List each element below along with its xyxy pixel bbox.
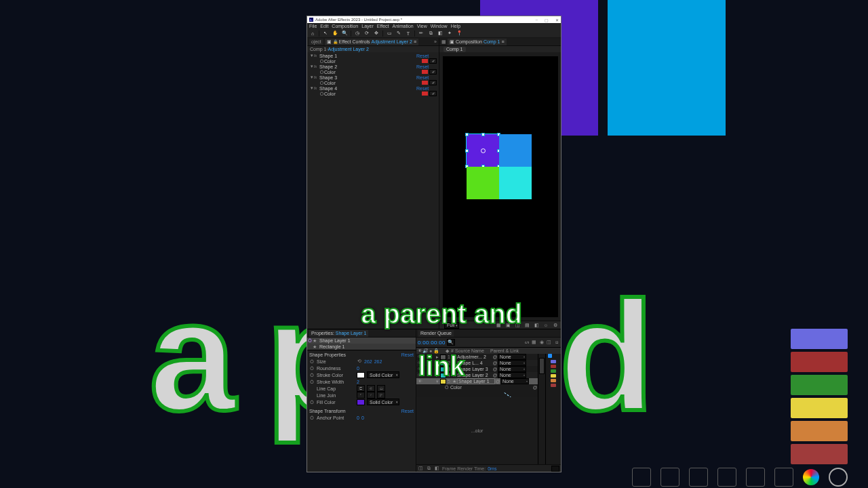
rotate-tool-icon[interactable]: ⟳ bbox=[363, 30, 370, 37]
label-swatch[interactable] bbox=[440, 354, 446, 360]
window-minimize-button[interactable]: – bbox=[536, 18, 538, 22]
join-miter-icon[interactable]: ⌜ bbox=[357, 392, 365, 399]
anchor-point-icon[interactable] bbox=[481, 148, 486, 153]
breadcrumb[interactable]: Comp 1 bbox=[443, 47, 466, 52]
lock-icon[interactable]: 🔒 bbox=[333, 39, 338, 44]
shy-icon[interactable]: ᔕ bbox=[524, 340, 530, 345]
render-queue-tab[interactable]: Render Queue bbox=[418, 330, 454, 337]
tool-bar[interactable]: ⌂ ↖ ✋ 🔍 ◷ ⟳ ✥ ▭ ✎ T ✏ ⧉ ◧ ✦ 📍 bbox=[307, 29, 561, 38]
stroke-color-chip[interactable] bbox=[357, 372, 365, 378]
menu-bar[interactable]: File Edit Composition Layer Effect Anima… bbox=[307, 23, 561, 29]
scrollbar-thumb[interactable] bbox=[539, 358, 545, 374]
stopwatch-icon[interactable]: Ö bbox=[319, 59, 324, 64]
menu-view[interactable]: View bbox=[417, 24, 427, 28]
motion-blur-icon[interactable]: ◉ bbox=[538, 340, 545, 345]
effect-row[interactable]: ▾fx Shape 2 Reset bbox=[307, 64, 439, 69]
playhead-icon[interactable] bbox=[548, 354, 552, 358]
roundness-row[interactable]: Ö Roundness 0 bbox=[307, 365, 416, 371]
shape-path-row[interactable]: ★ Rectangle 1 bbox=[307, 344, 416, 350]
graph-editor-icon[interactable]: ◫ bbox=[546, 340, 552, 345]
effect-controls-tab[interactable]: ▣ 🔒 Effect Controls Adjustment Layer 2 ≡ bbox=[325, 39, 418, 45]
composition-canvas[interactable] bbox=[443, 56, 558, 317]
resolution-select[interactable]: Full bbox=[444, 322, 459, 329]
effect-param-row[interactable]: Ö Color ✐ bbox=[307, 58, 439, 64]
menu-composition[interactable]: Composition bbox=[332, 24, 358, 28]
cap-butt-icon[interactable]: ⊏ bbox=[357, 385, 365, 392]
effect-row[interactable]: ▾fx Shape 3 Reset bbox=[307, 75, 439, 80]
shape-top-left[interactable] bbox=[467, 134, 499, 167]
effect-param-row[interactable]: Ö Color ✐ bbox=[307, 80, 439, 85]
draft3d-icon[interactable]: ⧈ bbox=[553, 340, 559, 345]
parent-select[interactable]: None bbox=[498, 354, 526, 360]
overflow-icon[interactable]: » bbox=[434, 39, 437, 44]
grid-toggle-icon[interactable]: ▤ bbox=[524, 322, 530, 329]
stroke-color-row[interactable]: Ö Stroke Color Solid Color bbox=[307, 371, 416, 378]
menu-window[interactable]: Window bbox=[431, 24, 448, 28]
audio-column-icon[interactable]: 🔊 bbox=[422, 348, 428, 354]
effect-param-row[interactable]: Ö Color ✐ bbox=[307, 91, 439, 96]
solo-column-icon[interactable]: ● bbox=[428, 348, 433, 353]
menu-file[interactable]: File bbox=[309, 24, 317, 28]
current-time[interactable]: 0:00:00:00 bbox=[418, 340, 446, 346]
brush-tool-icon[interactable]: ✏ bbox=[418, 30, 425, 37]
roto-tool-icon[interactable]: ✦ bbox=[446, 30, 453, 37]
composition-tab[interactable]: ▣ Composition Comp 1 ≡ bbox=[448, 39, 507, 45]
exposure-icon[interactable]: ☼ bbox=[542, 322, 549, 329]
puppet-tool-icon[interactable]: 📍 bbox=[456, 30, 462, 37]
layer-path-row[interactable]: Ö ★ Shape Layer 1 bbox=[307, 338, 416, 344]
layer-property-row[interactable]: Ö Color @ bbox=[416, 384, 538, 390]
lock-column-icon[interactable]: 🔒 bbox=[433, 348, 439, 354]
effect-row[interactable]: ▾fx Shape 4 Reset bbox=[307, 85, 439, 91]
fx-icon[interactable]: fx bbox=[314, 54, 319, 58]
frame-blend-icon[interactable]: ▦ bbox=[531, 340, 537, 345]
fill-mode-select[interactable]: Solid Color bbox=[367, 399, 399, 405]
line-join-row[interactable]: Line Join ⌜ ◜ ◸ bbox=[307, 392, 416, 399]
reset-link[interactable]: Reset bbox=[401, 352, 414, 357]
shape-bottom-right[interactable] bbox=[499, 167, 532, 199]
shape-bottom-left[interactable] bbox=[467, 167, 499, 199]
fill-color-chip[interactable] bbox=[357, 399, 365, 405]
label-column-icon[interactable]: ◆ bbox=[444, 348, 450, 354]
settings-icon[interactable]: ⚙ bbox=[552, 322, 559, 329]
type-tool-icon[interactable]: T bbox=[405, 30, 412, 37]
window-close-button[interactable]: ✕ bbox=[555, 18, 559, 22]
mask-icon[interactable]: ▣ bbox=[505, 322, 511, 329]
size-w[interactable]: 262 bbox=[364, 359, 372, 364]
cap-round-icon[interactable]: ⊂ bbox=[367, 385, 375, 392]
panbehind-tool-icon[interactable]: ✥ bbox=[373, 30, 380, 37]
layer-name-edit[interactable]: Shape Layer 1 bbox=[457, 378, 495, 384]
shape-tool-icon[interactable]: ▭ bbox=[386, 30, 393, 37]
hand-tool-icon[interactable]: ✋ bbox=[332, 30, 338, 37]
layer-row[interactable]: 👁 ▸ 4 ★ Shape Layer 2 @ None bbox=[416, 372, 538, 378]
layer-row[interactable]: 👁 ▸ 2 ★ Shape L... 4 @ None bbox=[416, 360, 538, 366]
title-bar[interactable]: Ae Adobe After Effects 2023 - Untitled P… bbox=[307, 16, 561, 23]
layer-row[interactable]: 👁 ▸ 3 ★ Shape Layer 3 @ None bbox=[416, 366, 538, 372]
panel-menu-icon[interactable]: ≡ bbox=[414, 39, 416, 44]
roi-icon[interactable]: ◫ bbox=[514, 322, 521, 329]
shape-top-right[interactable] bbox=[499, 134, 532, 167]
menu-edit[interactable]: Edit bbox=[320, 24, 328, 28]
toggle-panes-icon[interactable]: ◧ bbox=[434, 466, 440, 471]
size-row[interactable]: Ö Size ⟲ 262 262 bbox=[307, 358, 416, 365]
window-maximize-button[interactable]: ▢ bbox=[545, 18, 549, 22]
pen-tool-icon[interactable]: ✎ bbox=[395, 30, 402, 37]
reset-link[interactable]: Reset bbox=[416, 54, 437, 58]
pickwhip-icon[interactable]: @ bbox=[492, 354, 498, 359]
panel-menu-icon[interactable]: ≡ bbox=[501, 39, 504, 44]
orbit-tool-icon[interactable]: ◷ bbox=[354, 30, 361, 37]
zoom-tool-icon[interactable]: 🔍 bbox=[341, 30, 348, 37]
link-icon[interactable]: ⟲ bbox=[357, 359, 362, 364]
layer-row[interactable]: 👁 ▾ 5 ★ Shape Layer 1 @ None bbox=[416, 378, 538, 384]
pickwhip-icon[interactable]: @ bbox=[532, 385, 538, 390]
line-cap-row[interactable]: Line Cap ⊏ ⊂ ▭ bbox=[307, 385, 416, 392]
menu-help[interactable]: Help bbox=[451, 24, 460, 28]
size-h[interactable]: 262 bbox=[374, 359, 382, 364]
selection-tool-icon[interactable]: ↖ bbox=[322, 30, 329, 37]
cap-square-icon[interactable]: ▭ bbox=[377, 385, 385, 392]
eyedropper-icon[interactable]: ✐ bbox=[429, 58, 437, 64]
timeline-mini-track[interactable] bbox=[545, 354, 561, 464]
composition-viewer[interactable] bbox=[439, 52, 561, 321]
channel-icon[interactable]: ◧ bbox=[533, 322, 540, 329]
reset-link[interactable]: Reset bbox=[401, 409, 414, 413]
clone-tool-icon[interactable]: ⧉ bbox=[427, 30, 434, 37]
